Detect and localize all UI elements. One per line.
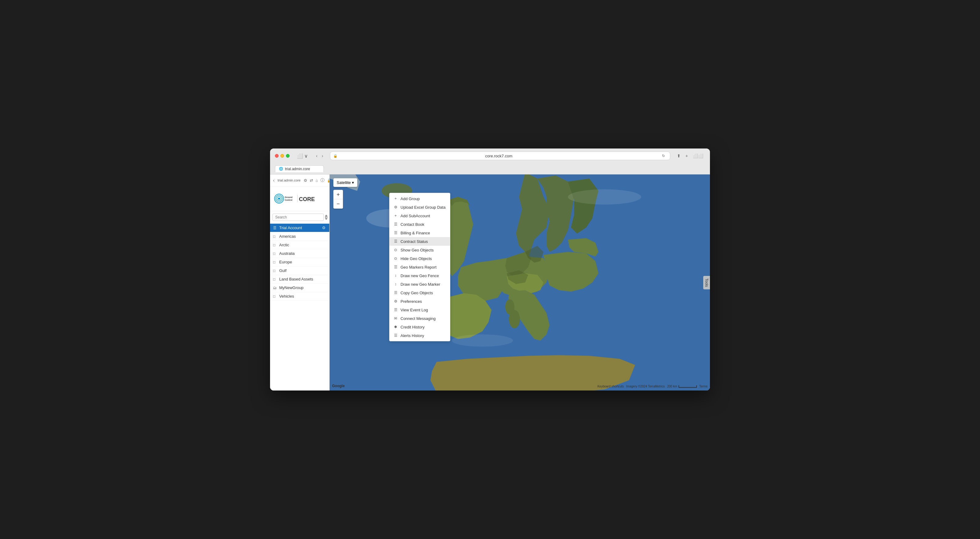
sidebar-item-gulf[interactable]: □ Gulf ⚙ [270,266,329,275]
zoom-out-button[interactable]: − [334,199,343,208]
close-button[interactable] [275,154,278,158]
menu-item-contract-status[interactable]: ☰ Contract Status [390,237,450,246]
menu-item-geo-markers-report[interactable]: ☰ Geo Markers Report [390,263,450,271]
svg-point-3 [278,198,280,200]
menu-item-show-geo[interactable]: ⊙ Show Geo Objects [390,246,450,254]
menu-item-copy-geo-objects[interactable]: ☰ Copy Geo Objects [390,289,450,297]
tab-bar: 🌐 trial.admin.core [270,163,710,174]
maximize-button[interactable] [286,154,290,158]
sidebar-item-land-based[interactable]: □ Land Based Assets ⚙ [270,275,329,284]
zoom-in-button[interactable]: + [334,190,343,199]
satellite-button[interactable]: Satellite ▾ [333,178,358,187]
sidebar-url-label: trial.admin.core [278,179,301,182]
item-settings-button[interactable]: ⚙ [321,225,326,230]
menu-item-upload-excel[interactable]: ⚙ Upload Excel Group Data [390,203,450,211]
sidebar-item-americas[interactable]: □ Americas ⚙ [270,232,329,241]
folder-icon: □ [273,277,277,281]
gear-icon: ⚙ [393,205,398,210]
menu-item-label: Contract Status [401,239,428,244]
menu-item-label: Draw new Geo Marker [401,282,440,287]
browser-window: ⬜ ∨ ‹ › 🔒 core.rock7.com ↻ ⬆ + ⬜⬜ 🌐 tria… [270,148,710,391]
list-icon: ☰ [393,222,398,227]
info-icon-btn[interactable]: ⓘ [320,177,325,183]
tools-label: Tools [705,278,709,287]
log-icon: ☰ [393,308,398,312]
folder-icon: □ [273,269,277,273]
tabs-button[interactable]: ⬜⬜ [691,153,705,159]
active-tab[interactable]: 🌐 trial.admin.core [275,165,324,172]
new-tab-button[interactable]: + [684,153,690,159]
reload-button[interactable]: ↻ [660,153,667,159]
sidebar-item-australia[interactable]: □ Australia ⚙ [270,249,329,258]
imagery-attribution: Imagery ©2024 TerraMetrics [626,385,665,388]
menu-item-contact-book[interactable]: ☰ Contact Book [390,220,450,228]
folder-icon: 🗂 [273,286,277,290]
lock-icon: 🔒 [333,154,337,158]
sidebar-items-list: ☰ Trial Account ⚙ □ Americas ⚙ □ Arctic … [270,224,329,391]
menu-item-label: Billing & Finance [401,231,430,235]
minimize-button[interactable] [280,154,284,158]
company-logo: Ground Control CORE [274,190,326,207]
menu-item-label: Hide Geo Objects [401,256,432,261]
tab-title: trial.admin.core [285,167,310,171]
sidebar-toggle-button[interactable]: ⬜ ∨ [294,153,310,159]
home-icon-btn[interactable]: ⌂ [315,177,319,183]
sidebar-item-trial-account[interactable]: ☰ Trial Account ⚙ [270,224,329,232]
swap-icon-btn[interactable]: ⇄ [309,177,314,183]
menu-item-credit-history[interactable]: ✱ Credit History [390,323,450,331]
lock-icon-btn[interactable]: 🔒 [326,177,329,183]
tab-favicon: 🌐 [279,167,283,171]
map-area[interactable]: Satellite ▾ + − Tools + Add Group ⚙ [329,174,710,391]
traffic-lights [275,154,290,158]
sidebar-header-icons: ⚙ ⇄ ⌂ ⓘ 🔒 [303,177,329,183]
settings-icon-btn[interactable]: ⚙ [303,177,308,183]
menu-item-label: Draw new Geo Fence [401,273,439,278]
scale-bar: 200 km [667,385,697,388]
menu-item-alerts-history[interactable]: ☰ Alerts History [390,331,450,340]
zoom-controls: + − [333,190,343,209]
menu-item-hide-geo[interactable]: ⊙ Hide Geo Objects [390,254,450,263]
sidebar-item-my-new-group[interactable]: 🗂 MyNewGroup ⚙ [270,284,329,292]
star-icon: ✱ [393,324,398,329]
sidebar-item-label: Gulf [279,268,320,273]
forward-button[interactable]: › [320,153,325,159]
folder-icon: ☰ [273,226,277,230]
sidebar-item-label: Trial Account [279,225,320,230]
menu-item-add-subaccount[interactable]: + Add SubAccount [390,211,450,220]
sidebar-item-vehicles[interactable]: □ Vehicles ⚙ [270,292,329,301]
marker-icon: ↕ [393,282,398,287]
sidebar-item-arctic[interactable]: □ Arctic ⚙ [270,241,329,249]
eye-icon: ⊙ [393,247,398,252]
menu-item-view-event-log[interactable]: ☰ View Event Log [390,306,450,314]
toolbar-actions: ⬆ + ⬜⬜ [675,153,705,159]
scale-line [678,385,697,388]
menu-item-add-group[interactable]: + Add Group [390,195,450,203]
menu-item-connect-messaging[interactable]: ✉ Connect Messaging [390,314,450,323]
menu-item-billing[interactable]: ☰ Billing & Finance [390,228,450,237]
share-button[interactable]: ⬆ [675,153,682,159]
terms-link[interactable]: Terms [699,385,708,388]
menu-item-draw-geo-fence[interactable]: ↕ Draw new Geo Fence [390,271,450,280]
tools-panel[interactable]: Tools [703,276,710,289]
search-area: ✕ [270,211,329,224]
copy-icon: ☰ [393,290,398,295]
map-attribution: Keyboard shortcuts Imagery ©2024 TerraMe… [598,385,708,388]
keyboard-shortcuts-link[interactable]: Keyboard shortcuts [598,385,624,388]
folder-icon: □ [273,234,277,239]
dropdown-icon: ▾ [352,180,354,185]
search-input[interactable] [272,214,324,221]
menu-item-preferences[interactable]: ⚙ Preferences [390,297,450,306]
sidebar-item-europe[interactable]: □ Europe ⚙ [270,258,329,266]
menu-item-label: Add Group [401,196,420,201]
back-button[interactable]: ‹ [314,153,319,159]
browser-chrome: ⬜ ∨ ‹ › 🔒 core.rock7.com ↻ ⬆ + ⬜⬜ 🌐 tria… [270,148,710,174]
address-bar[interactable]: 🔒 core.rock7.com ↻ [330,151,670,160]
list-icon: ☰ [393,265,398,270]
sidebar-back-button[interactable]: ‹ [272,177,275,183]
sidebar: ‹ trial.admin.core ⚙ ⇄ ⌂ ⓘ 🔒 [270,174,329,391]
eye-off-icon: ⊙ [393,256,398,261]
folder-icon: □ [273,294,277,298]
menu-item-draw-geo-marker[interactable]: ↕ Draw new Geo Marker [390,280,450,289]
search-clear-button[interactable]: ✕ [325,215,328,220]
folder-icon: □ [273,260,277,264]
